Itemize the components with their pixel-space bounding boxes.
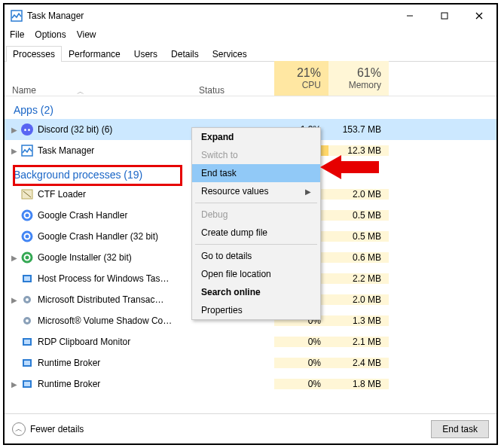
gear-icon xyxy=(21,294,33,306)
app-icon xyxy=(21,273,33,285)
process-name: Task Manager xyxy=(38,145,94,156)
process-memory: 2.0 MB xyxy=(328,294,389,305)
column-header-name-label: Name xyxy=(12,85,36,96)
process-cpu: 0% xyxy=(274,358,328,368)
process-name: Google Installer (32 bit) xyxy=(38,252,132,263)
process-row[interactable]: Runtime Broker 0%2.4 MB xyxy=(5,352,496,373)
tab-performance[interactable]: Performance xyxy=(62,46,127,62)
end-task-button[interactable]: End task xyxy=(431,420,489,438)
ctx-properties[interactable]: Properties xyxy=(192,301,320,319)
sort-indicator-icon: ︿ xyxy=(77,87,84,97)
process-name: Runtime Broker xyxy=(38,358,100,368)
app-icon xyxy=(21,230,33,242)
process-name: Google Crash Handler xyxy=(38,210,127,221)
process-name: Runtime Broker xyxy=(38,379,100,389)
process-name: CTF Loader xyxy=(38,189,86,200)
svg-rect-23 xyxy=(24,340,30,344)
memory-label: Memory xyxy=(349,80,381,90)
chevron-up-icon[interactable]: ︿ xyxy=(12,422,26,436)
memory-usage-percent: 61% xyxy=(357,66,381,80)
process-name: Host Process for Windows Tas… xyxy=(38,273,170,284)
ctx-separator xyxy=(195,244,317,245)
process-memory: 2.0 MB xyxy=(328,189,389,200)
ctx-switch-to: Switch to xyxy=(192,146,320,164)
gear-icon xyxy=(21,315,33,327)
expand-icon[interactable]: ▶ xyxy=(9,126,20,134)
discord-icon xyxy=(21,123,33,136)
process-memory: 0.6 MB xyxy=(328,252,389,263)
process-memory: 153.7 MB xyxy=(328,124,389,135)
ctx-end-task[interactable]: End task xyxy=(192,164,320,182)
window-title: Task Manager xyxy=(27,11,84,21)
minimize-button[interactable] xyxy=(393,5,427,27)
svg-point-15 xyxy=(26,256,29,260)
task-manager-icon xyxy=(21,145,33,157)
svg-point-7 xyxy=(28,129,30,131)
fewer-details-link[interactable]: Fewer details xyxy=(30,424,84,434)
column-header-memory[interactable]: 61% Memory xyxy=(328,61,389,96)
tab-processes[interactable]: Processes xyxy=(6,46,62,62)
annotation-arrow-icon xyxy=(320,152,380,182)
svg-point-6 xyxy=(24,129,26,131)
menu-file[interactable]: File xyxy=(10,29,24,40)
process-row[interactable]: RDP Clipboard Monitor 0%2.1 MB xyxy=(5,331,496,352)
svg-point-5 xyxy=(21,123,33,136)
svg-point-21 xyxy=(26,319,29,322)
expand-icon[interactable]: ▶ xyxy=(9,254,20,262)
ctx-expand[interactable]: Expand xyxy=(192,128,320,146)
process-name: Microsoft® Volume Shadow Co… xyxy=(38,315,172,326)
process-memory: 1.3 MB xyxy=(328,315,389,326)
context-menu: Expand Switch to End task Resource value… xyxy=(191,127,321,320)
process-memory: 2.2 MB xyxy=(328,273,389,284)
process-cpu: 0% xyxy=(274,379,328,389)
ctx-go-to-details[interactable]: Go to details xyxy=(192,247,320,265)
app-icon xyxy=(21,188,33,200)
tab-users[interactable]: Users xyxy=(127,46,164,62)
ctx-search-online[interactable]: Search online xyxy=(192,283,320,301)
process-row[interactable]: ▶ Runtime Broker 0%1.8 MB xyxy=(5,373,496,395)
app-icon xyxy=(21,336,33,348)
app-icon xyxy=(21,378,33,390)
process-memory: 0.5 MB xyxy=(328,231,389,242)
titlebar: Task Manager xyxy=(5,5,496,27)
footer: ︿ Fewer details End task xyxy=(5,413,496,443)
expand-icon[interactable]: ▶ xyxy=(9,380,20,389)
column-headers: ︿ Name Status 21% CPU 61% Memory xyxy=(5,62,496,96)
column-header-status[interactable]: Status xyxy=(199,85,274,96)
svg-rect-27 xyxy=(24,382,30,386)
menu-options[interactable]: Options xyxy=(35,29,66,40)
column-header-name[interactable]: ︿ Name xyxy=(5,85,199,96)
expand-icon[interactable]: ▶ xyxy=(9,147,20,155)
ctx-resource-values[interactable]: Resource values▶ xyxy=(192,182,320,200)
app-icon xyxy=(21,209,33,221)
close-button[interactable] xyxy=(462,5,496,27)
svg-point-11 xyxy=(26,214,29,218)
tab-services[interactable]: Services xyxy=(206,46,254,62)
submenu-arrow-icon: ▶ xyxy=(305,187,311,196)
cpu-label: CPU xyxy=(302,80,321,90)
menu-view[interactable]: View xyxy=(77,29,96,40)
column-header-status-label: Status xyxy=(199,85,225,96)
expand-icon[interactable]: ▶ xyxy=(9,296,20,304)
process-cpu: 0% xyxy=(274,337,328,347)
maximize-button[interactable] xyxy=(427,5,462,27)
ctx-debug: Debug xyxy=(192,206,320,224)
process-memory: 2.4 MB xyxy=(328,358,389,368)
group-header-apps: Apps (2) xyxy=(5,96,496,119)
column-header-cpu[interactable]: 21% CPU xyxy=(274,61,328,96)
process-name: Microsoft Distributed Transac… xyxy=(38,294,163,305)
ctx-create-dump[interactable]: Create dump file xyxy=(192,224,320,242)
process-memory: 2.1 MB xyxy=(328,337,389,347)
svg-point-13 xyxy=(26,235,29,239)
task-manager-icon xyxy=(11,10,23,22)
ctx-open-file-location[interactable]: Open file location xyxy=(192,265,320,283)
svg-rect-17 xyxy=(24,276,30,281)
menubar: File Options View xyxy=(5,27,496,42)
app-icon xyxy=(21,357,33,369)
process-name: RDP Clipboard Monitor xyxy=(38,337,130,347)
ctx-resource-values-label: Resource values xyxy=(201,186,268,197)
tab-details[interactable]: Details xyxy=(164,46,206,62)
cpu-usage-percent: 21% xyxy=(297,66,321,80)
tabstrip: Processes Performance Users Details Serv… xyxy=(5,44,496,62)
svg-rect-25 xyxy=(24,361,30,365)
